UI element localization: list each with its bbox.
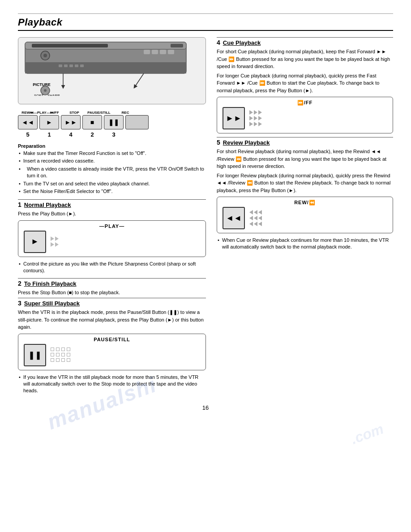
- btn-num-2: 2: [82, 131, 102, 138]
- svg-point-6: [43, 54, 47, 57]
- svg-text:SOFT: SOFT: [34, 94, 43, 96]
- cue-arrow-6: [258, 116, 262, 120]
- section-1-text: Press the Play Button (►).: [18, 210, 206, 218]
- section-4-num: 4: [217, 39, 220, 46]
- pause-play-label: PAUSE/STILL: [94, 337, 130, 342]
- still-play-bullet: If you leave the VTR in the still playba…: [18, 374, 206, 395]
- page-number: 16: [18, 404, 393, 411]
- rev-arrow-6: [258, 216, 262, 220]
- stop-button[interactable]: ■: [82, 115, 102, 129]
- btn-num-3: 3: [104, 131, 124, 138]
- svg-rect-11: [59, 64, 62, 67]
- normal-playback-box: —PLAY— ►: [18, 220, 206, 257]
- rev-arrow-1: [249, 210, 253, 215]
- cue-arrow-9: [258, 122, 262, 126]
- svg-point-20: [44, 89, 47, 92]
- review-dotted-arrows: [249, 210, 262, 226]
- normal-play-bullet: Control the picture as you like with the…: [18, 261, 206, 275]
- svg-rect-2: [32, 44, 108, 47]
- section-5-title: Review Playback: [223, 139, 270, 146]
- section-4-title: Cue Playback: [223, 39, 261, 46]
- label-rec: REC: [114, 111, 137, 115]
- svg-rect-8: [152, 50, 158, 54]
- cue-play-label: ⏩/FF: [297, 100, 313, 106]
- rev-arrow-3: [258, 210, 262, 215]
- pause-diagram-btn: ❚❚: [24, 344, 46, 366]
- pd9: [51, 358, 54, 362]
- cue-dotted-arrows: [249, 110, 262, 126]
- arrow-2: [55, 236, 59, 241]
- prep-title: Preparation: [18, 143, 206, 149]
- section-3-text: When the VTR is in the playback mode, pr…: [18, 309, 206, 331]
- section-5-text2: For longer Review playback (during norma…: [217, 172, 393, 194]
- svg-line-17: [135, 73, 144, 87]
- btn-num-4: 4: [61, 131, 81, 138]
- pause-dotted-pattern: [51, 348, 71, 363]
- review-diagram-btn: ◄◄: [223, 207, 245, 229]
- pd12: [67, 358, 70, 362]
- button-numbers: 5 1 4 2 3: [18, 131, 206, 138]
- watermark-2: .com: [349, 420, 386, 447]
- pd10: [56, 358, 60, 362]
- svg-text:PICTURE: PICTURE: [33, 82, 51, 87]
- rewind-button[interactable]: ◄◄: [18, 115, 38, 129]
- section-4-text2: For longer Cue playback (during normal p…: [217, 72, 393, 94]
- cue-arrow-2: [254, 110, 257, 115]
- arrow-3: [51, 242, 54, 247]
- pd4: [67, 348, 70, 351]
- section-5-num: 5: [217, 139, 220, 146]
- cue-playback-box: ⏩/FF ►►: [217, 97, 393, 133]
- right-column: 4 Cue Playback For short Cue playback (d…: [217, 37, 393, 395]
- rev-arrow-9: [258, 222, 262, 226]
- arrow-1: [51, 236, 54, 241]
- cue-arrow-3: [258, 110, 262, 115]
- left-column: PICTURE SOFT SHARP REW⏮—PLAY—⏭/FF STOP P…: [18, 37, 206, 395]
- play-diagram-btn: ►: [24, 231, 46, 253]
- cue-arrow-7: [249, 122, 253, 126]
- label-pause: PAUSE/STILL: [86, 111, 112, 115]
- pd1: [51, 348, 54, 351]
- button-labels-row: REW⏮—PLAY—⏭/FF STOP PAUSE/STILL REC: [18, 111, 206, 115]
- section-1-title: Normal Playback: [24, 202, 71, 208]
- pause-playback-box: PAUSE/STILL ❚❚: [18, 334, 206, 370]
- section-2-header: 2 To Finish Playback: [18, 278, 206, 287]
- main-content: PICTURE SOFT SHARP REW⏮—PLAY—⏭/FF STOP P…: [18, 37, 393, 395]
- section-2-num: 2: [18, 280, 21, 287]
- section-3-header: 3 Super Still Playback: [18, 298, 206, 307]
- section-5-header: 5 Review Playback: [217, 137, 393, 146]
- label-stop: STOP: [64, 111, 84, 115]
- rev-arrow-2: [254, 210, 257, 215]
- btn-num-5: 5: [18, 131, 38, 138]
- arrow-4: [55, 242, 59, 247]
- svg-rect-9: [160, 50, 166, 54]
- section-4-header: 4 Cue Playback: [217, 37, 393, 46]
- prep-bullet-2: Insert a recorded video cassette.: [18, 158, 206, 164]
- svg-rect-14: [75, 64, 78, 67]
- pause-button[interactable]: ❚❚: [104, 115, 124, 129]
- cue-diagram-btn: ►►: [223, 107, 245, 129]
- btn-num-1: 1: [39, 131, 59, 138]
- cue-arrow-1: [249, 110, 253, 115]
- rev-arrow-5: [254, 216, 257, 220]
- rec-button[interactable]: [125, 115, 149, 129]
- cue-arrow-5: [254, 116, 257, 120]
- play-dotted-arrows: [51, 236, 59, 247]
- pd5: [51, 353, 54, 356]
- section-2-title: To Finish Playback: [24, 280, 77, 287]
- vcr-diagram: PICTURE SOFT SHARP: [18, 37, 206, 104]
- svg-text:SHARP: SHARP: [47, 94, 60, 96]
- svg-rect-15: [80, 64, 84, 67]
- play-button[interactable]: ►: [39, 115, 59, 129]
- review-play-bullet: When Cue or Review playback continues fo…: [217, 237, 393, 251]
- svg-rect-3: [171, 44, 183, 47]
- section-2-text: Press the Stop Button (■) to stop the pl…: [18, 289, 206, 296]
- preparation-section: Preparation Make sure that the Timer Rec…: [18, 143, 206, 195]
- fast-forward-button[interactable]: ►►: [61, 115, 81, 129]
- section-3-title: Super Still Playback: [24, 300, 80, 307]
- top-line: [18, 13, 393, 14]
- prep-bullet-3: When a video cassette is already inside …: [18, 166, 206, 180]
- rev-arrow-8: [254, 222, 257, 226]
- normal-play-label: —PLAY—: [99, 223, 124, 229]
- svg-rect-4: [25, 62, 186, 73]
- rev-arrow-7: [249, 222, 253, 226]
